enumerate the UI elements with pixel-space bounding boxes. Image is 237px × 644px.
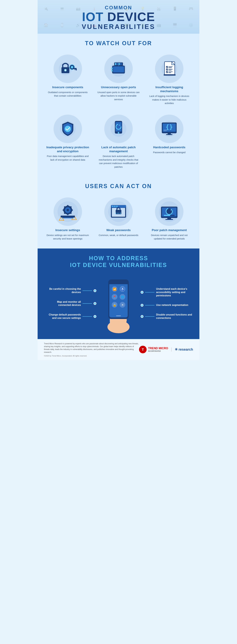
watch-grid: Insecure components Outdated components …	[44, 51, 193, 172]
svg-text:{}: {}	[166, 123, 173, 130]
card-patch: Lack of automatic patch management Devic…	[95, 112, 142, 172]
insecure-settings-icon: ! !	[57, 200, 79, 223]
act-card-title: Weak passwords	[97, 228, 140, 232]
footer: Trend Micro Research is powered by exper…	[38, 338, 200, 360]
act-section: USERS CAN ACT ON ! !	[38, 176, 200, 248]
svg-rect-64	[63, 210, 64, 211]
svg-point-72	[114, 206, 116, 207]
research-logo: ✳ research	[171, 348, 193, 352]
address-connector	[82, 316, 92, 317]
trend-logo-text-block: TREND MICRO Incorporated	[148, 347, 168, 352]
trend-sub: Incorporated	[148, 350, 168, 352]
svg-rect-18	[118, 63, 120, 65]
insecure-components-icon	[58, 58, 78, 79]
card-icon-wrap	[104, 114, 133, 143]
address-text: Understand each device's accessibility s…	[156, 288, 193, 297]
hardcoded-icon: {}	[159, 118, 180, 139]
watch-title: TO WATCH OUT FOR	[44, 35, 193, 48]
svg-rect-25	[166, 68, 168, 70]
privacy-icon	[58, 118, 78, 139]
svg-rect-67	[62, 218, 73, 218]
address-text: Disable unused functions and connections	[156, 313, 193, 320]
address-text: Change default passwords and use secure …	[44, 313, 81, 320]
address-right-item-0: Understand each device's accessibility s…	[140, 288, 193, 297]
svg-rect-14	[112, 70, 113, 72]
act-card-poor-patch: Poor patch management Devices remain unp…	[146, 194, 193, 244]
svg-point-57	[66, 209, 69, 211]
card-insecure-components: Insecure components Outdated components …	[44, 51, 92, 108]
svg-point-6	[71, 66, 73, 68]
card-icon-wrap	[104, 54, 133, 83]
address-left-item-2: Change default passwords and use secure …	[44, 313, 96, 320]
open-ports-icon	[108, 58, 129, 79]
card-privacy: Inadequate privacy protection and encryp…	[44, 112, 92, 172]
svg-rect-12	[113, 66, 124, 72]
phone-illustration: 📶 ♿ 📍 🌐 🔒 ✕	[101, 273, 136, 334]
svg-text:📶: 📶	[113, 288, 116, 291]
address-dot	[140, 315, 144, 318]
svg-text:!: !	[61, 218, 62, 220]
infographic: 🔌💻📷 🌡️📡🔒 💡🖨️📱 🎮🏠⌚ 🔊🚗🌐 📟🔋📺 🖥️⚙️ COMMON Io…	[38, 0, 200, 360]
act-icon-wrap	[155, 198, 184, 226]
address-connector	[82, 290, 92, 291]
address-dot	[140, 291, 144, 294]
svg-rect-58	[67, 205, 68, 206]
address-dot	[140, 304, 144, 307]
phone-svg: 📶 ♿ 📍 🌐 🔒 ✕	[101, 273, 136, 333]
svg-text:✕: ✕	[121, 303, 124, 306]
research-brand: ✳ research	[175, 348, 193, 352]
svg-text:📍: 📍	[113, 295, 116, 299]
address-section: HOW TO ADDRESS IoT DEVICE VULNERABILITIE…	[38, 248, 200, 338]
card-unnecessary-ports: Unnecessary open ports Unused open ports…	[95, 51, 142, 108]
card-desc: Passwords cannot be changed	[148, 151, 191, 154]
patch-icon	[108, 118, 129, 139]
act-grid: ! !	[44, 194, 193, 244]
act-icon-wrap: ***	[104, 198, 133, 226]
weak-passwords-icon: ***	[108, 200, 130, 223]
header: 🔌💻📷 🌡️📡🔒 💡🖨️📱 🎮🏠⌚ 🔊🚗🌐 📟🔋📺 🖥️⚙️ COMMON Io…	[38, 0, 200, 34]
svg-rect-109	[116, 316, 121, 316]
svg-rect-7	[73, 68, 77, 69]
svg-rect-96	[109, 281, 128, 284]
card-title: Insecure components	[46, 85, 89, 89]
address-dot	[94, 315, 96, 318]
card-desc: Devices lack automated patch mechanisms …	[97, 154, 140, 169]
svg-text:***: ***	[115, 212, 122, 216]
address-left-item-0: Be careful in choosing the devices	[44, 288, 96, 294]
svg-rect-33	[164, 74, 176, 76]
footer-text-block: Trend Micro Research is powered by exper…	[44, 342, 139, 357]
card-icon-wrap: {}	[155, 114, 184, 143]
svg-point-71	[112, 206, 114, 207]
address-connector	[82, 303, 92, 304]
svg-text:♿: ♿	[121, 288, 124, 291]
logging-icon	[159, 58, 180, 79]
svg-text:T: T	[142, 348, 144, 352]
svg-rect-66	[61, 216, 75, 218]
footer-description: Trend Micro Research is powered by exper…	[44, 342, 139, 354]
card-desc: Unused open ports in some devices can al…	[97, 90, 140, 101]
svg-text:🔒: 🔒	[113, 303, 116, 307]
card-title: Insufficient logging mechanisms	[148, 85, 191, 93]
act-card-weak-passwords: *** Weak passwords Common, weak, or defa…	[95, 194, 142, 244]
address-connector	[145, 305, 154, 306]
svg-rect-84	[164, 215, 170, 216]
svg-rect-95	[109, 281, 128, 318]
svg-rect-9	[74, 69, 75, 70]
poor-patch-icon	[158, 200, 180, 223]
svg-rect-26	[166, 71, 168, 73]
trend-micro-icon: T	[139, 346, 147, 354]
card-desc: Lack of logging mechanism in devices mak…	[148, 94, 191, 105]
act-card-desc: Devices remain unpatched and not updated…	[148, 234, 191, 240]
card-hardcoded: {} Hardcoded passwords Passwords cannot …	[146, 112, 193, 172]
svg-rect-13	[112, 68, 113, 69]
footer-logos: T TREND MICRO Incorporated ✳ research	[139, 346, 193, 354]
svg-point-73	[116, 206, 118, 207]
svg-rect-38	[116, 122, 122, 132]
address-connector	[145, 292, 154, 292]
address-dot	[94, 289, 96, 292]
address-left-items: Be careful in choosing the devices Map a…	[44, 288, 96, 320]
address-right-item-1: Use network segmentation	[140, 304, 188, 307]
act-card-title: Insecure settings	[46, 228, 89, 232]
act-icon-wrap: ! !	[54, 198, 82, 226]
card-title: Unnecessary open ports	[97, 85, 140, 89]
